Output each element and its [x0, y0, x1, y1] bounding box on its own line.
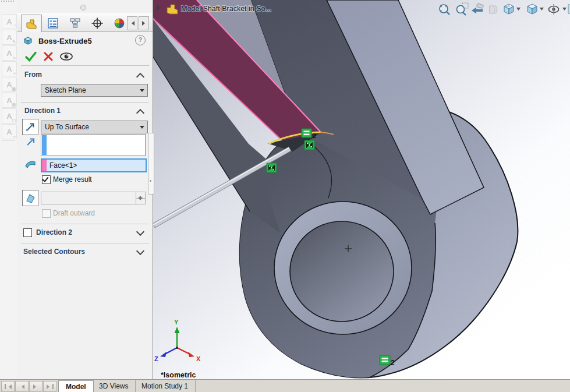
preview-eye-button[interactable] [59, 52, 73, 61]
toolbar-grip[interactable] [1, 1, 16, 3]
cancel-button[interactable] [43, 51, 54, 62]
bore-hole-face[interactable] [290, 221, 394, 322]
action-row [24, 49, 147, 64]
triad-y-label: Y [174, 319, 179, 326]
surface-reference-value: Face<1> [49, 161, 77, 169]
tab-motion-study[interactable]: Motion Study 1 [134, 380, 196, 392]
draft-angle-field[interactable] [41, 192, 146, 204]
panel-splitter[interactable] [148, 133, 154, 195]
tab-model[interactable]: Model [58, 380, 94, 392]
end-condition-dropdown[interactable]: Up To Surface [41, 121, 148, 133]
leader-annotation-icon[interactable]: ↘ [2, 45, 17, 61]
panel-tab-bar [17, 13, 153, 32]
direction1-section-header[interactable]: Direction 1 [24, 107, 148, 115]
appearances-icon [113, 17, 126, 30]
prev-tab-button[interactable] [15, 381, 29, 392]
direction2-checkbox[interactable] [23, 228, 32, 237]
dropdown-arrow-icon [140, 89, 144, 94]
direction-reference-field[interactable] [41, 134, 146, 156]
separator [21, 243, 149, 243]
add-annotation-icon[interactable]: + [2, 61, 17, 76]
spinner-down-icon[interactable] [138, 197, 143, 203]
solidworks-window: ° ✎ ↘ + ▦ ▤ ▢ ∞ [0, 0, 570, 392]
draft-button[interactable] [22, 190, 38, 206]
selection-color-bar-blue [42, 135, 47, 155]
feature-header: Boss-Extrude5 ? [22, 34, 148, 48]
triad-x-label: X [196, 355, 201, 362]
equal-relation-badge[interactable] [302, 129, 311, 137]
property-manager-icon [47, 17, 59, 30]
merge-result-label: Merge result [53, 175, 92, 183]
annotation-toolbar: ° ✎ ↘ + ▦ ▤ ▢ ∞ [0, 0, 18, 379]
intersection-relation-badge[interactable] [305, 140, 314, 150]
graphics-viewport[interactable]: 2 2 Model Shaft Bracket in So... [153, 0, 570, 379]
note-annotation-icon[interactable]: ° [2, 14, 17, 29]
tab-scroll-right[interactable] [139, 16, 149, 30]
next-tab-button[interactable] [29, 381, 43, 392]
features-icon [25, 17, 38, 30]
breadcrumb[interactable]: Model Shaft Bracket in So... [181, 5, 271, 13]
tab-3d-views[interactable]: 3D Views [92, 380, 136, 392]
panel-resize-handle[interactable] [80, 5, 86, 10]
view-orientation-icon[interactable] [504, 4, 514, 14]
selection-color-bar-pink [42, 160, 47, 171]
intersection-relation-badge[interactable] [267, 163, 277, 172]
draft-icon [24, 192, 36, 204]
separator [21, 65, 149, 66]
configurations-icon [69, 17, 82, 30]
model-scene: 2 2 Model Shaft Bracket in So... [153, 0, 570, 379]
ok-button[interactable] [24, 51, 37, 62]
equal-relation-badge[interactable] [380, 355, 390, 365]
chain-link-icon[interactable]: ∞ [2, 124, 17, 139]
dropdown-arrow-icon [140, 126, 144, 131]
features-tab[interactable] [21, 15, 42, 32]
dimxpert-tab[interactable] [87, 15, 107, 31]
property-manager-tab[interactable] [43, 15, 63, 31]
tab-scroll-left[interactable] [127, 16, 137, 30]
dimxpert-crosshair-icon [91, 17, 104, 30]
reverse-direction-button[interactable] [22, 119, 38, 135]
display-style-icon[interactable] [527, 4, 537, 14]
help-icon[interactable]: ? [135, 35, 146, 45]
section-view-icon[interactable] [490, 6, 497, 13]
toolbar-separator [2, 140, 15, 140]
first-tab-button[interactable] [1, 381, 15, 392]
paste-annotation-icon[interactable]: ▤ [2, 93, 17, 108]
selected-contours-header[interactable]: Selected Contours [23, 248, 147, 256]
flyout-featuremanager[interactable]: Model Shaft Bracket in So... [157, 4, 271, 14]
merge-result-checkbox[interactable] [42, 175, 51, 184]
equal-relation-count: 2 [313, 132, 316, 139]
draft-outward-checkbox [42, 209, 51, 218]
end-condition-value: Up To Surface [45, 123, 89, 131]
draft-outward-label: Draft outward [53, 209, 95, 217]
face-reference-icon [24, 158, 37, 169]
from-dropdown[interactable]: Sketch Plane [41, 84, 148, 97]
tab-nav-buttons [1, 381, 56, 392]
from-section-header[interactable]: From [24, 70, 148, 79]
edit-annotation-icon[interactable]: ✎ [2, 30, 17, 45]
motion-manager-bar: Model 3D Views Motion Study 1 [0, 379, 570, 392]
equal-relation-count: 2 [391, 359, 395, 367]
spinner-control[interactable] [136, 192, 145, 204]
appearances-tab[interactable] [109, 15, 129, 31]
frame-annotation-icon[interactable]: ▢ [2, 108, 17, 123]
triad-z-label: Z [154, 355, 158, 362]
separator [21, 102, 149, 103]
separator [21, 224, 149, 224]
feature-title: Boss-Extrude5 [38, 37, 92, 45]
direction-reference-icon [26, 136, 36, 147]
surface-reference-field[interactable]: Face<1> [41, 158, 147, 172]
boss-extrude-icon [22, 35, 34, 47]
from-dropdown-value: Sketch Plane [45, 86, 86, 94]
reverse-direction-icon [24, 121, 36, 133]
view-orientation-label: *Isometric [161, 371, 196, 379]
table-annotation-icon[interactable]: ▦ [2, 77, 17, 92]
last-tab-button[interactable] [43, 381, 56, 392]
property-manager-panel: Boss-Extrude5 ? From Sketch Plane Direct… [17, 0, 153, 379]
configurations-tab[interactable] [65, 15, 85, 31]
